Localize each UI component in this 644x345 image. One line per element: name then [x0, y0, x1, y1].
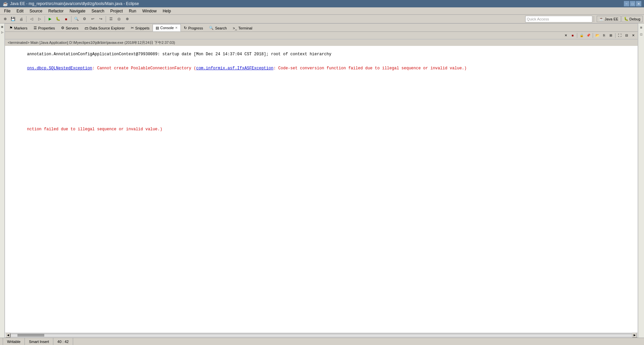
console-panel: ⚑ Markers ☰ Properties ⚙ Servers 🗃 Data …	[5, 23, 638, 338]
tab-servers[interactable]: ⚙ Servers	[58, 24, 82, 31]
scroll-track[interactable]	[10, 334, 632, 337]
toolbar-btn-6[interactable]: ☰	[107, 15, 115, 23]
toolbar-btn-2[interactable]: 🖨	[17, 15, 25, 23]
markers-icon: ⚑	[9, 26, 13, 30]
data-source-icon: 🗃	[85, 26, 88, 30]
debug-perspective-button[interactable]: 🐛 Debug	[622, 16, 643, 22]
scroll-thumb[interactable]	[17, 334, 44, 337]
console-tab-close[interactable]: ✕	[175, 26, 178, 29]
debug-icon: 🐛	[624, 17, 629, 21]
menu-search[interactable]: Search	[89, 8, 107, 14]
menu-navigate[interactable]: Navigate	[67, 8, 88, 14]
console-line-2-middle: : Cannot create PoolableConnectionFactor…	[92, 66, 196, 71]
console-label: Console	[160, 26, 174, 30]
right-sidebar-icon-2[interactable]: ◫	[639, 32, 643, 36]
console-line-2-suffix: : Code-set conversion function failed du…	[273, 66, 467, 71]
tab-data-source-explorer[interactable]: 🗃 Data Source Explorer	[82, 24, 128, 31]
perspective-area: ☕ Java EE 🐛 Debug	[597, 16, 643, 22]
toolbar-btn-5[interactable]: ↪	[97, 15, 104, 23]
debug-label: Debug	[630, 17, 640, 21]
menu-source[interactable]: Source	[27, 8, 45, 14]
properties-icon: ☰	[34, 26, 37, 30]
toolbar-search-button[interactable]: 🔍	[73, 15, 80, 23]
quick-access-label: Quick Access	[527, 17, 549, 21]
servers-label: Servers	[66, 26, 78, 30]
menu-project[interactable]: Project	[108, 8, 125, 14]
tab-search[interactable]: 🔍 Search	[206, 24, 230, 31]
markers-label: Markers	[14, 26, 28, 30]
close-button[interactable]: ✕	[636, 1, 641, 6]
minimize-button[interactable]: −	[624, 1, 629, 6]
java-ee-icon: ☕	[599, 17, 604, 21]
console-clear-button[interactable]: ✕	[563, 32, 569, 39]
menu-run[interactable]: Run	[126, 8, 139, 14]
tab-console[interactable]: ▤ Console ✕	[153, 24, 181, 31]
quick-access-input[interactable]: Quick Access	[525, 16, 592, 22]
progress-icon: ↻	[184, 26, 187, 30]
menu-help[interactable]: Help	[160, 8, 174, 14]
menu-window[interactable]: Window	[140, 8, 159, 14]
menu-file[interactable]: File	[1, 8, 13, 14]
right-sidebar: ⊞ ◫	[638, 23, 644, 338]
console-new-window-button[interactable]: ⊞	[608, 32, 614, 39]
toolbar-separator-4	[106, 16, 106, 22]
menu-refactor[interactable]: Refactor	[46, 8, 66, 14]
servers-icon: ⚙	[61, 26, 64, 30]
console-tab-bar: ⚑ Markers ☰ Properties ⚙ Servers 🗃 Data …	[5, 24, 638, 32]
toolbar-debug-button[interactable]: 🐛	[54, 15, 62, 23]
right-sidebar-icon-1[interactable]: ⊞	[639, 25, 643, 29]
main-area: ⚑ Markers ☰ Properties ⚙ Servers 🗃 Data …	[5, 23, 638, 338]
toolbar-back-button[interactable]: ◁	[28, 15, 35, 23]
toolbar-separator-2	[45, 16, 45, 22]
toolbar-btn-4[interactable]: ↩	[89, 15, 96, 23]
toolbar-btn-7[interactable]: ◎	[115, 15, 123, 23]
scroll-right-arrow[interactable]: ▶	[632, 333, 637, 338]
java-ee-label: Java EE	[605, 17, 619, 21]
console-scroll-lock-button[interactable]: 🔒	[579, 32, 585, 39]
search-tab-icon: 🔍	[209, 26, 214, 30]
java-ee-perspective-button[interactable]: ☕ Java EE	[597, 16, 621, 22]
console-content: annotation.AnnotationConfigApplicationCo…	[5, 46, 638, 333]
maximize-button[interactable]: □	[630, 1, 635, 6]
sidebar-icon-2[interactable]: ▷	[0, 30, 4, 34]
toolbar-run-button[interactable]: ▶	[46, 15, 54, 23]
status-bar: Writable Smart Insert 40 : 42	[0, 338, 644, 345]
terminal-label: Terminal	[238, 26, 253, 30]
toolbar-btn-1[interactable]: 💾	[9, 15, 17, 23]
sidebar-icon-1[interactable]: ⊞	[0, 25, 4, 29]
console-toolbar: ✕ ■ 🔒 📌 📂 ⎘ ⊞ ⛶ ⊟ ✕	[5, 32, 638, 39]
console-horizontal-scrollbar[interactable]: ◀ ▶	[5, 333, 638, 337]
search-tab-label: Search	[215, 26, 227, 30]
title-bar-controls: − □ ✕	[624, 1, 641, 6]
ifx-asf-exception-link[interactable]: com.informix.asf.IfxASFException	[196, 66, 273, 71]
title-bar: ☕ Java EE - mg_report/src/main/java/com/…	[0, 0, 644, 7]
console-icon: ▤	[156, 26, 159, 30]
smart-insert-status: Smart Insert	[25, 338, 53, 345]
toolbar-new-button[interactable]: ⊕	[1, 15, 9, 23]
left-sidebar: ⊞ ▷	[0, 23, 5, 338]
tab-terminal[interactable]: >_ Terminal	[230, 24, 255, 31]
console-pin-button[interactable]: 📌	[585, 32, 591, 39]
tab-markers[interactable]: ⚑ Markers	[6, 24, 31, 31]
console-stop-button[interactable]: ■	[570, 32, 576, 39]
console-close-view-button[interactable]: ✕	[630, 32, 636, 39]
console-line-2: ons.dbcp.SQLNestedException: Cannot crea…	[8, 61, 635, 75]
toolbar-btn-3[interactable]: ⚙	[81, 15, 88, 23]
toolbar-separator-3	[71, 16, 71, 22]
toolbar-btn-8[interactable]: ⊕	[123, 15, 131, 23]
scroll-left-arrow[interactable]: ◀	[6, 333, 10, 338]
cursor-position-status: 40 : 42	[53, 338, 73, 345]
console-open-file-button[interactable]: 📂	[594, 32, 600, 39]
toolbar-forward-button[interactable]: ▷	[36, 15, 43, 23]
console-maximize-button[interactable]: ⛶	[617, 32, 623, 39]
tab-properties[interactable]: ☰ Properties	[31, 24, 58, 31]
sql-nested-exception-link[interactable]: ons.dbcp.SQLNestedException	[27, 66, 92, 71]
console-copy-button[interactable]: ⎘	[601, 32, 607, 39]
tab-progress[interactable]: ↻ Progress	[181, 24, 206, 31]
console-minimize-button[interactable]: ⊟	[624, 32, 630, 39]
progress-label: Progress	[188, 26, 203, 30]
menu-edit[interactable]: Edit	[14, 8, 26, 14]
tab-snippets[interactable]: ✂ Snippets	[128, 24, 153, 31]
toolbar-stop-button[interactable]: ■	[62, 15, 70, 23]
toolbar: ⊕ 💾 🖨 ◁ ▷ ▶ 🐛 ■ 🔍 ⚙ ↩ ↪ ☰ ◎ ⊕ Quick Acce…	[0, 15, 644, 23]
